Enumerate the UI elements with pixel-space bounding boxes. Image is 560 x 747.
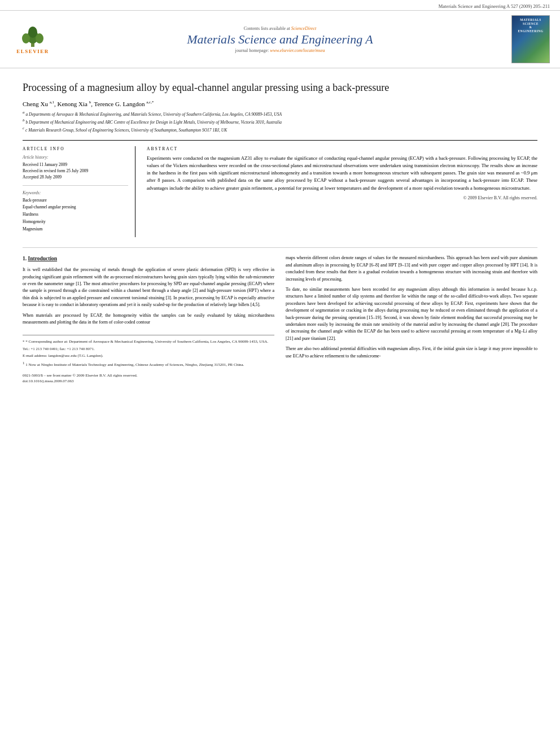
article-history: Article history: Received 11 January 200…: [23, 155, 128, 181]
body-para-1: It is well established that the processi…: [23, 267, 274, 308]
body-two-col: 1. Introduction It is well established t…: [23, 255, 537, 385]
keyword-5: Magnesium: [23, 226, 128, 233]
banner: ELSEVIER Contents lists available at Sci…: [0, 11, 560, 68]
footnote-corresponding: * * Corresponding author at: Department …: [23, 339, 274, 345]
article-title: Processing of a magnesium alloy by equal…: [23, 81, 537, 94]
affil-a: a a Departments of Aerospace & Mechanica…: [23, 110, 537, 117]
abstract-text: Experiments were conducted on the magnes…: [147, 155, 537, 192]
journal-header: Materials Science and Engineering A 527 …: [0, 0, 560, 11]
body-section: 1. Introduction It is well established t…: [23, 247, 537, 385]
info-abstract-section: ARTICLE INFO Article history: Received 1…: [23, 140, 537, 238]
authors-text: Cheng Xu a,1, Kenong Xia b, Terence G. L…: [23, 101, 154, 107]
svg-point-2: [22, 33, 30, 43]
section1-heading: 1. Introduction: [23, 255, 274, 263]
elsevier-tree-icon: [18, 24, 47, 48]
footnote-email: E-mail address: langdon@usc.edu (T.G. La…: [23, 353, 274, 359]
affil-b: b b Department of Mechanical Engineering…: [23, 118, 537, 125]
footnote-1: 1 1 Now at Ningbo Institute of Materials…: [23, 360, 274, 368]
footnotes-area: * * Corresponding author at: Department …: [23, 335, 274, 368]
affiliations: a a Departments of Aerospace & Mechanica…: [23, 110, 537, 133]
bottom-ids: 0921-5093/$ – see front matter © 2009 El…: [23, 373, 274, 385]
elsevier-logo: ELSEVIER: [10, 24, 55, 54]
contents-line: Contents lists available at ScienceDirec…: [55, 26, 505, 31]
doi-line: doi:10.1016/j.msea.2009.07.063: [23, 378, 274, 385]
banner-right: MATERIALSSCIENCE&ENGINEERING: [505, 15, 550, 63]
body-para-right-1: maps wherein different colors denote ran…: [286, 255, 537, 283]
article-info-heading: ARTICLE INFO: [23, 146, 128, 151]
keyword-3: Hardness: [23, 211, 128, 219]
banner-center: Contents lists available at ScienceDirec…: [55, 26, 505, 53]
journal-cover: MATERIALSSCIENCE&ENGINEERING: [511, 15, 550, 63]
body-col-right: maps wherein different colors denote ran…: [286, 255, 537, 385]
article-info-col: ARTICLE INFO Article history: Received 1…: [23, 146, 135, 238]
journal-title: Materials Science and Engineering A: [55, 32, 505, 47]
svg-point-3: [36, 33, 43, 43]
abstract-col: ABSTRACT Experiments were conducted on t…: [147, 146, 537, 238]
body-para-2: When materials are processed by ECAP, th…: [23, 312, 274, 326]
sciencedirect-link[interactable]: ScienceDirect: [291, 26, 317, 31]
affil-c: c c Materials Research Group, School of …: [23, 126, 537, 133]
body-para-right-2: To date, no similar measurements have be…: [286, 286, 537, 342]
footnote-tel: Tel.: +1 213 740 0491; fax: +1 213 740 8…: [23, 346, 274, 352]
body-para-right-3: There are also two additional potential …: [286, 346, 537, 360]
body-col-left: 1. Introduction It is well established t…: [23, 255, 274, 385]
svg-point-4: [28, 27, 37, 38]
issn-line: 0921-5093/$ – see front matter © 2009 El…: [23, 373, 274, 379]
keyword-4: Homogeneity: [23, 219, 128, 226]
keyword-1: Back-pressure: [23, 197, 128, 204]
keyword-2: Equal-channel angular pressing: [23, 204, 128, 211]
elsevier-text: ELSEVIER: [16, 49, 49, 54]
homepage-link[interactable]: www.elsevier.com/locate/msea: [270, 48, 325, 53]
homepage-line: journal homepage: www.elsevier.com/locat…: [55, 48, 505, 53]
received-date: Received 11 January 2009: [23, 161, 128, 168]
authors-line: Cheng Xu a,1, Kenong Xia b, Terence G. L…: [23, 100, 537, 107]
revised-date: Received in revised form 25 July 2009: [23, 168, 128, 174]
main-content: Processing of a magnesium alloy by equal…: [0, 68, 560, 396]
abstract-heading: ABSTRACT: [147, 146, 537, 151]
cover-title-text: MATERIALSSCIENCE&ENGINEERING: [518, 18, 543, 33]
copyright-line: © 2009 Elsevier B.V. All rights reserved…: [147, 195, 537, 200]
keywords-label: Keywords:: [23, 190, 128, 195]
journal-ref: Materials Science and Engineering A 527 …: [439, 3, 550, 9]
divider-1: [23, 185, 128, 186]
accepted-date: Accepted 28 July 2009: [23, 174, 128, 180]
keywords-group: Keywords: Back-pressure Equal-channel an…: [23, 190, 128, 233]
history-label: Article history:: [23, 155, 128, 160]
